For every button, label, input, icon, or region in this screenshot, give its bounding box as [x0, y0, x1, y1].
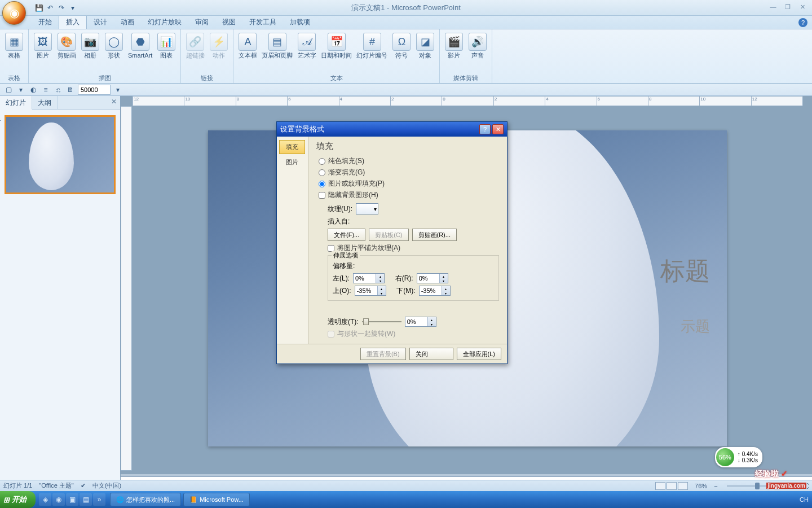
undo-icon[interactable]: ↶ — [45, 3, 55, 13]
quicklaunch-icon[interactable]: ▤ — [80, 493, 92, 506]
album-button[interactable]: 📷相册 — [80, 32, 101, 70]
tab-home[interactable]: 开始 — [32, 15, 59, 29]
ime-indicator[interactable]: CH — [800, 496, 809, 503]
shapes-button[interactable]: ◯形状 — [103, 32, 125, 70]
option-solid[interactable]: 纯色填充(S) — [316, 156, 499, 166]
tool-icon[interactable]: ▾ — [16, 85, 26, 95]
dialog-main: 填充 纯色填充(S) 渐变填充(G) 图片或纹理填充(P) 隐藏背景图形(H) … — [308, 137, 507, 344]
close-button[interactable]: ✕ — [796, 2, 809, 11]
system-tray[interactable]: CH — [800, 496, 812, 503]
tool-icon[interactable]: ▾ — [113, 85, 123, 95]
zoom-out-icon[interactable]: − — [714, 483, 717, 489]
tab-developer[interactable]: 开发工具 — [242, 15, 283, 29]
qat-more-icon[interactable]: ▾ — [68, 3, 78, 13]
help-icon[interactable]: ? — [798, 18, 807, 27]
title-placeholder[interactable]: 标题 — [660, 255, 710, 288]
office-button[interactable]: ◉ — [2, 1, 26, 25]
option-gradient[interactable]: 渐变填充(G) — [316, 168, 499, 177]
sidebar-picture[interactable]: 图片 — [279, 156, 305, 169]
maximize-button[interactable]: ❐ — [782, 2, 794, 11]
view-buttons — [655, 482, 688, 490]
network-widget[interactable]: 56% ↑ 0.4K/s ↓ 0.3K/s — [715, 447, 762, 467]
quicklaunch-icon[interactable]: » — [93, 493, 105, 506]
table-button[interactable]: ▦表格 — [3, 32, 25, 70]
offset-right-input[interactable]: 0% — [417, 273, 448, 283]
clipart-button[interactable]: 剪贴画(R)... — [412, 229, 457, 241]
value-input[interactable] — [78, 85, 111, 95]
tool-icon[interactable]: ▢ — [3, 85, 14, 95]
symbol-button[interactable]: Ω符号 — [391, 32, 412, 70]
tab-animation[interactable]: 动画 — [114, 15, 141, 29]
offset-left-input[interactable]: 0% — [353, 273, 385, 283]
symbol-icon: Ω — [392, 33, 411, 51]
header-footer-button[interactable]: ▤页眉和页脚 — [261, 32, 294, 70]
tool-icon[interactable]: ≡ — [41, 85, 51, 95]
tab-review[interactable]: 审阅 — [188, 15, 215, 29]
start-button[interactable]: ⊞ 开始 — [0, 491, 36, 508]
sidebar-fill[interactable]: 填充 — [279, 140, 305, 154]
sorter-view-button[interactable] — [667, 482, 677, 490]
smartart-button[interactable]: ⬣SmartArt — [127, 32, 153, 70]
quicklaunch-icon[interactable]: ▣ — [66, 493, 78, 506]
slideshow-view-button[interactable] — [678, 482, 688, 490]
taskbar-item[interactable]: 📙 Microsoft Pow... — [183, 493, 250, 506]
pane-close-icon[interactable]: ✕ — [108, 96, 120, 109]
zoom-percent[interactable]: 76% — [695, 483, 707, 489]
sound-button[interactable]: 🔊声音 — [467, 32, 488, 70]
dialog-title-bar[interactable]: 设置背景格式 ? ✕ — [277, 122, 507, 137]
subtitle-placeholder[interactable]: 示题 — [681, 317, 710, 336]
smartart-icon: ⬣ — [131, 33, 149, 51]
datetime-button[interactable]: 📅日期和时间 — [320, 32, 353, 70]
taskbar-item[interactable]: 🌐 怎样把喜欢的照... — [110, 493, 181, 506]
spellcheck-icon[interactable]: ✔ — [81, 482, 86, 489]
window-title: 演示文稿1 - Microsoft PowerPoint — [351, 3, 461, 13]
action-button[interactable]: ⚡动作 — [208, 32, 230, 70]
slidenumber-button[interactable]: #幻灯片编号 — [355, 32, 389, 70]
wordart-button[interactable]: 𝒜艺术字 — [296, 32, 317, 70]
stretch-fieldset: 伸展选项 偏移量: 左(L):0% 右(R):0% 上(O):-35% 下(M)… — [328, 255, 499, 301]
net-percent: 56% — [716, 448, 734, 466]
tab-insert[interactable]: 插入 — [59, 15, 87, 29]
pane-tab-outline[interactable]: 大纲 — [32, 96, 58, 109]
textbox-button[interactable]: A文本框 — [237, 32, 258, 70]
tab-slideshow[interactable]: 幻灯片放映 — [141, 15, 188, 29]
offset-top-input[interactable]: -35% — [355, 286, 386, 296]
tab-view[interactable]: 视图 — [215, 15, 242, 29]
file-button[interactable]: 文件(F)... — [328, 229, 365, 241]
option-hide-bg[interactable]: 隐藏背景图形(H) — [316, 190, 499, 200]
transparency-slider[interactable] — [362, 317, 401, 327]
group-label: 插图 — [96, 73, 113, 83]
clipart-button[interactable]: 🎨剪贴画 — [56, 32, 77, 70]
tab-design[interactable]: 设计 — [87, 15, 114, 29]
pane-tab-slides[interactable]: 幻灯片 — [0, 96, 32, 110]
quicklaunch-icon[interactable]: ◈ — [39, 493, 51, 506]
option-picture[interactable]: 图片或纹理填充(P) — [316, 179, 499, 189]
apply-all-button[interactable]: 全部应用(L) — [457, 348, 501, 360]
dialog-close-button[interactable]: ✕ — [492, 124, 504, 134]
hyperlink-button[interactable]: 🔗超链接 — [184, 32, 206, 70]
movie-button[interactable]: 🎬影片 — [443, 32, 465, 70]
tool-icon[interactable]: 🗎 — [65, 85, 76, 95]
picture-button[interactable]: 🖼图片 — [32, 32, 54, 70]
tool-icon[interactable]: ⎌ — [53, 85, 63, 95]
minimize-button[interactable]: — — [767, 2, 779, 11]
object-button[interactable]: ◪对象 — [414, 32, 436, 70]
transparency-input[interactable]: 0% — [405, 317, 436, 327]
insert-from-label: 插入自: — [328, 217, 499, 226]
tab-addins[interactable]: 加载项 — [283, 15, 317, 29]
close-button[interactable]: 关闭 — [409, 348, 453, 360]
slide-thumbnail[interactable] — [5, 115, 116, 194]
normal-view-button[interactable] — [655, 482, 665, 490]
quicklaunch-icon[interactable]: ◉ — [52, 493, 65, 506]
language-indicator[interactable]: 中文(中国) — [92, 481, 121, 490]
redo-icon[interactable]: ↷ — [56, 3, 67, 13]
offset-bottom-input[interactable]: -35% — [419, 286, 451, 296]
chart-button[interactable]: 📊图表 — [156, 32, 177, 70]
upload-speed: ↑ 0.4K/s — [738, 451, 758, 457]
dialog-help-button[interactable]: ? — [479, 124, 491, 134]
ribbon: ▦表格 表格 🖼图片 🎨剪贴画 📷相册 ◯形状 ⬣SmartArt 📊图表 插图… — [0, 29, 812, 84]
tool-icon[interactable]: ◐ — [28, 85, 38, 95]
save-icon[interactable]: 💾 — [34, 3, 44, 13]
texture-dropdown[interactable]: ▾ — [356, 203, 378, 214]
thumbnail-number: 1 — [0, 115, 1, 122]
